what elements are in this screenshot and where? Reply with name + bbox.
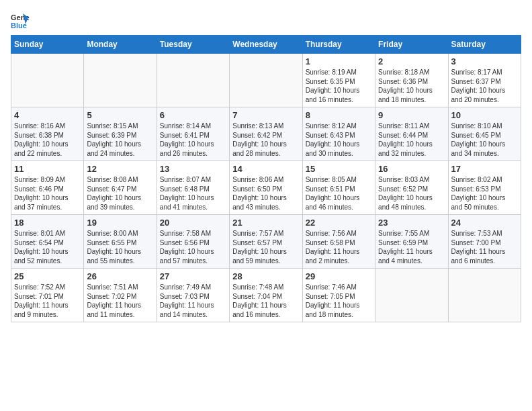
day-number: 23 bbox=[378, 218, 445, 228]
weekday-header: Wednesday bbox=[230, 36, 302, 54]
day-content: Sunrise: 8:05 AM Sunset: 6:51 PM Dayligh… bbox=[306, 175, 372, 212]
day-number: 26 bbox=[87, 271, 153, 281]
day-content: Sunrise: 7:53 AM Sunset: 7:00 PM Dayligh… bbox=[451, 229, 518, 265]
calendar-cell: 9Sunrise: 8:11 AM Sunset: 6:44 PM Daylig… bbox=[375, 107, 448, 161]
day-number: 22 bbox=[306, 218, 372, 228]
day-content: Sunrise: 7:49 AM Sunset: 7:03 PM Dayligh… bbox=[160, 283, 226, 319]
calendar-cell: 6Sunrise: 8:14 AM Sunset: 6:41 PM Daylig… bbox=[157, 107, 229, 161]
day-number: 21 bbox=[232, 218, 299, 228]
calendar-cell: 20Sunrise: 7:58 AM Sunset: 6:56 PM Dayli… bbox=[157, 215, 229, 269]
day-content: Sunrise: 8:06 AM Sunset: 6:50 PM Dayligh… bbox=[232, 175, 299, 212]
calendar-cell bbox=[375, 269, 448, 322]
day-content: Sunrise: 7:57 AM Sunset: 6:57 PM Dayligh… bbox=[232, 229, 299, 265]
day-content: Sunrise: 8:11 AM Sunset: 6:44 PM Dayligh… bbox=[378, 122, 445, 158]
day-content: Sunrise: 8:02 AM Sunset: 6:53 PM Dayligh… bbox=[451, 175, 518, 212]
day-content: Sunrise: 7:46 AM Sunset: 7:05 PM Dayligh… bbox=[306, 283, 372, 319]
day-number: 2 bbox=[378, 56, 445, 66]
calendar-cell bbox=[157, 54, 229, 107]
calendar-week-row: 1Sunrise: 8:19 AM Sunset: 6:35 PM Daylig… bbox=[11, 54, 521, 107]
day-content: Sunrise: 8:03 AM Sunset: 6:52 PM Dayligh… bbox=[378, 175, 445, 212]
calendar-cell: 18Sunrise: 8:01 AM Sunset: 6:54 PM Dayli… bbox=[11, 215, 84, 269]
weekday-header: Friday bbox=[375, 36, 448, 54]
calendar-cell bbox=[230, 54, 302, 107]
calendar-cell: 14Sunrise: 8:06 AM Sunset: 6:50 PM Dayli… bbox=[230, 161, 302, 215]
day-number: 19 bbox=[87, 218, 153, 228]
day-number: 24 bbox=[451, 218, 518, 228]
calendar-week-row: 11Sunrise: 8:09 AM Sunset: 6:46 PM Dayli… bbox=[11, 161, 521, 215]
calendar-cell: 23Sunrise: 7:55 AM Sunset: 6:59 PM Dayli… bbox=[375, 215, 448, 269]
day-number: 18 bbox=[14, 218, 81, 228]
calendar-cell: 1Sunrise: 8:19 AM Sunset: 6:35 PM Daylig… bbox=[302, 54, 375, 107]
day-number: 9 bbox=[378, 110, 445, 120]
day-content: Sunrise: 7:52 AM Sunset: 7:01 PM Dayligh… bbox=[14, 283, 81, 319]
calendar-cell: 4Sunrise: 8:16 AM Sunset: 6:38 PM Daylig… bbox=[11, 107, 84, 161]
calendar-cell bbox=[84, 54, 157, 107]
day-number: 1 bbox=[306, 56, 372, 66]
day-number: 5 bbox=[87, 110, 153, 120]
weekday-header: Sunday bbox=[11, 36, 84, 54]
logo: General Blue bbox=[11, 11, 32, 30]
calendar-cell: 13Sunrise: 8:07 AM Sunset: 6:48 PM Dayli… bbox=[157, 161, 229, 215]
day-content: Sunrise: 8:13 AM Sunset: 6:42 PM Dayligh… bbox=[232, 122, 299, 158]
day-content: Sunrise: 8:17 AM Sunset: 6:37 PM Dayligh… bbox=[451, 68, 518, 104]
day-content: Sunrise: 8:18 AM Sunset: 6:36 PM Dayligh… bbox=[378, 68, 445, 104]
day-number: 6 bbox=[160, 110, 226, 120]
day-number: 15 bbox=[306, 164, 372, 174]
day-number: 3 bbox=[451, 56, 518, 66]
calendar-table: SundayMondayTuesdayWednesdayThursdayFrid… bbox=[11, 35, 521, 322]
day-content: Sunrise: 8:09 AM Sunset: 6:46 PM Dayligh… bbox=[14, 175, 81, 212]
calendar-cell: 2Sunrise: 8:18 AM Sunset: 6:36 PM Daylig… bbox=[375, 54, 448, 107]
day-content: Sunrise: 8:19 AM Sunset: 6:35 PM Dayligh… bbox=[306, 68, 372, 104]
calendar-cell: 27Sunrise: 7:49 AM Sunset: 7:03 PM Dayli… bbox=[157, 269, 229, 322]
calendar-cell: 24Sunrise: 7:53 AM Sunset: 7:00 PM Dayli… bbox=[448, 215, 521, 269]
day-number: 12 bbox=[87, 164, 153, 174]
calendar-cell: 8Sunrise: 8:12 AM Sunset: 6:43 PM Daylig… bbox=[302, 107, 375, 161]
calendar-cell: 29Sunrise: 7:46 AM Sunset: 7:05 PM Dayli… bbox=[302, 269, 375, 322]
day-content: Sunrise: 8:00 AM Sunset: 6:55 PM Dayligh… bbox=[87, 229, 153, 265]
calendar-week-row: 25Sunrise: 7:52 AM Sunset: 7:01 PM Dayli… bbox=[11, 269, 521, 322]
day-content: Sunrise: 8:14 AM Sunset: 6:41 PM Dayligh… bbox=[160, 122, 226, 158]
day-content: Sunrise: 8:08 AM Sunset: 6:47 PM Dayligh… bbox=[87, 175, 153, 212]
day-number: 16 bbox=[378, 164, 445, 174]
calendar-cell: 26Sunrise: 7:51 AM Sunset: 7:02 PM Dayli… bbox=[84, 269, 157, 322]
calendar-week-row: 4Sunrise: 8:16 AM Sunset: 6:38 PM Daylig… bbox=[11, 107, 521, 161]
day-content: Sunrise: 7:48 AM Sunset: 7:04 PM Dayligh… bbox=[232, 283, 299, 319]
calendar-cell: 5Sunrise: 8:15 AM Sunset: 6:39 PM Daylig… bbox=[84, 107, 157, 161]
day-content: Sunrise: 7:55 AM Sunset: 6:59 PM Dayligh… bbox=[378, 229, 445, 265]
day-number: 28 bbox=[232, 271, 299, 281]
day-number: 4 bbox=[14, 110, 81, 120]
day-number: 20 bbox=[160, 218, 226, 228]
calendar-cell: 16Sunrise: 8:03 AM Sunset: 6:52 PM Dayli… bbox=[375, 161, 448, 215]
day-content: Sunrise: 8:16 AM Sunset: 6:38 PM Dayligh… bbox=[14, 122, 81, 158]
day-content: Sunrise: 8:07 AM Sunset: 6:48 PM Dayligh… bbox=[160, 175, 226, 212]
day-number: 17 bbox=[451, 164, 518, 174]
calendar-cell: 11Sunrise: 8:09 AM Sunset: 6:46 PM Dayli… bbox=[11, 161, 84, 215]
day-number: 11 bbox=[14, 164, 81, 174]
day-content: Sunrise: 8:12 AM Sunset: 6:43 PM Dayligh… bbox=[306, 122, 372, 158]
calendar-cell: 3Sunrise: 8:17 AM Sunset: 6:37 PM Daylig… bbox=[448, 54, 521, 107]
day-content: Sunrise: 7:56 AM Sunset: 6:58 PM Dayligh… bbox=[306, 229, 372, 265]
day-number: 29 bbox=[306, 271, 372, 281]
calendar-cell: 17Sunrise: 8:02 AM Sunset: 6:53 PM Dayli… bbox=[448, 161, 521, 215]
weekday-header: Thursday bbox=[302, 36, 375, 54]
day-number: 25 bbox=[14, 271, 81, 281]
day-number: 7 bbox=[232, 110, 299, 120]
logo-icon: General Blue bbox=[11, 11, 30, 30]
calendar-cell: 25Sunrise: 7:52 AM Sunset: 7:01 PM Dayli… bbox=[11, 269, 84, 322]
weekday-header: Monday bbox=[84, 36, 157, 54]
day-content: Sunrise: 8:01 AM Sunset: 6:54 PM Dayligh… bbox=[14, 229, 81, 265]
calendar-cell: 21Sunrise: 7:57 AM Sunset: 6:57 PM Dayli… bbox=[230, 215, 302, 269]
calendar-cell: 12Sunrise: 8:08 AM Sunset: 6:47 PM Dayli… bbox=[84, 161, 157, 215]
calendar-cell: 15Sunrise: 8:05 AM Sunset: 6:51 PM Dayli… bbox=[302, 161, 375, 215]
calendar-cell: 22Sunrise: 7:56 AM Sunset: 6:58 PM Dayli… bbox=[302, 215, 375, 269]
day-content: Sunrise: 7:51 AM Sunset: 7:02 PM Dayligh… bbox=[87, 283, 153, 319]
calendar-cell: 28Sunrise: 7:48 AM Sunset: 7:04 PM Dayli… bbox=[230, 269, 302, 322]
weekday-header: Saturday bbox=[448, 36, 521, 54]
day-content: Sunrise: 8:15 AM Sunset: 6:39 PM Dayligh… bbox=[87, 122, 153, 158]
day-number: 10 bbox=[451, 110, 518, 120]
weekday-header: Tuesday bbox=[157, 36, 229, 54]
svg-text:Blue: Blue bbox=[11, 21, 27, 30]
day-content: Sunrise: 7:58 AM Sunset: 6:56 PM Dayligh… bbox=[160, 229, 226, 265]
day-number: 13 bbox=[160, 164, 226, 174]
header: General Blue bbox=[11, 11, 521, 30]
